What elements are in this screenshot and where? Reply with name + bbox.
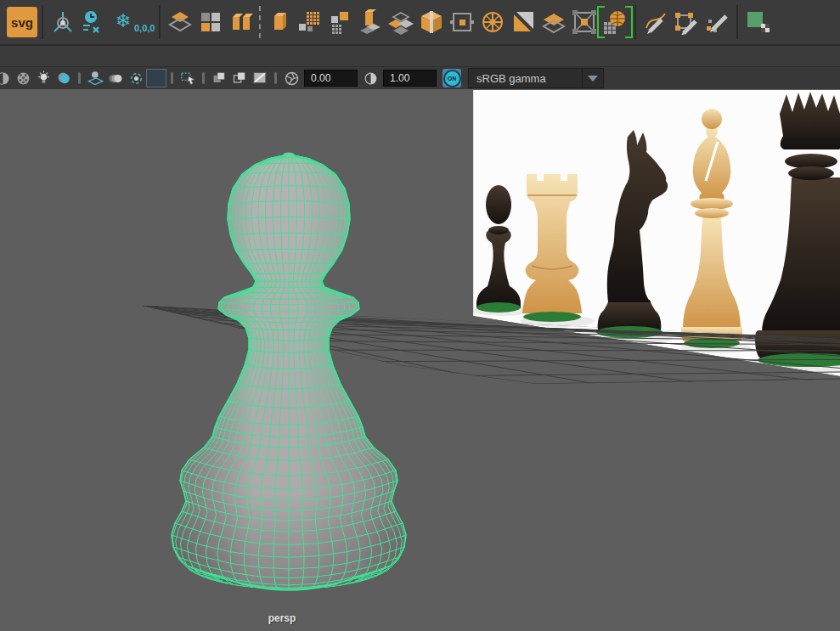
folded-plane-icon[interactable] bbox=[509, 8, 538, 37]
toolbar-separator bbox=[202, 72, 205, 84]
anti-aliasing-icon[interactable] bbox=[126, 69, 146, 87]
swatch bbox=[146, 69, 166, 87]
snap-to-points-icon[interactable] bbox=[356, 8, 385, 37]
toolbar-separator bbox=[159, 5, 161, 39]
background-swatch-button[interactable] bbox=[146, 69, 166, 87]
dashed-separator bbox=[259, 6, 261, 38]
component-squares-icon[interactable] bbox=[196, 8, 225, 37]
selection-manipulator-icon[interactable] bbox=[48, 8, 77, 37]
view-transform-dropdown[interactable]: sRGB gamma bbox=[468, 68, 604, 88]
snap-to-curves-icon[interactable] bbox=[325, 8, 354, 37]
overlap-squares-icon[interactable] bbox=[209, 69, 229, 87]
shading-mode-icon[interactable] bbox=[0, 69, 13, 87]
image-frame-icon[interactable] bbox=[250, 69, 270, 87]
single-box-icon[interactable] bbox=[264, 8, 293, 37]
layer-stack-icon[interactable] bbox=[166, 8, 194, 37]
animation-keys-icon[interactable] bbox=[79, 8, 108, 37]
toolbar-gap-strip bbox=[0, 46, 840, 67]
screen-space-ao-icon[interactable] bbox=[85, 69, 105, 87]
dots-pencil-icon[interactable] bbox=[702, 8, 731, 37]
viewport-canvas[interactable] bbox=[0, 89, 840, 631]
marquee-cursor-icon[interactable] bbox=[178, 69, 198, 87]
status-line-toolbar: svg ❄0,0,0 bbox=[0, 0, 840, 46]
duplicate-box-icon[interactable] bbox=[227, 8, 256, 37]
toolbar-separator bbox=[274, 72, 277, 84]
framed-square-icon[interactable] bbox=[448, 8, 476, 37]
frame-pencil-icon[interactable] bbox=[672, 8, 701, 37]
gamma-field[interactable]: 1.00 bbox=[383, 70, 437, 87]
sphere-grid-icon[interactable] bbox=[600, 8, 629, 37]
color-management-toggle[interactable]: ON bbox=[443, 69, 461, 87]
overlap-squares-icon-2[interactable] bbox=[229, 69, 250, 87]
snap-to-planes-icon[interactable] bbox=[386, 8, 415, 37]
curve-pencil-icon[interactable] bbox=[641, 8, 670, 37]
lighting-icon[interactable] bbox=[33, 69, 54, 87]
stacked-planes-icon[interactable] bbox=[539, 8, 568, 37]
dropdown-arrow-icon[interactable] bbox=[582, 69, 603, 87]
perspective-viewport[interactable]: persp bbox=[0, 89, 840, 631]
toolbar-separator bbox=[42, 5, 43, 39]
view-transform-value: sRGB gamma bbox=[469, 72, 582, 85]
toolbar-separator bbox=[634, 5, 636, 39]
snap-to-grids-icon[interactable] bbox=[295, 8, 324, 37]
wheel-sphere-icon[interactable] bbox=[478, 8, 507, 37]
shadows-sphere-icon[interactable] bbox=[54, 69, 74, 87]
exposure-aperture-icon[interactable] bbox=[281, 69, 302, 87]
crossed-frame-icon[interactable] bbox=[570, 8, 599, 37]
maya-window: svg ❄0,0,0 0.00 1.00 ON sRGB gamma persp bbox=[0, 0, 840, 631]
green-swatch-icon[interactable] bbox=[743, 8, 772, 37]
camera-label: persp bbox=[248, 612, 316, 624]
on-toggle-label: ON bbox=[443, 70, 461, 87]
toolbar-separator bbox=[736, 5, 738, 39]
viewport-panel-toolbar: 0.00 1.00 ON sRGB gamma bbox=[0, 67, 840, 89]
snap-snowflake-icon[interactable]: ❄ bbox=[110, 8, 138, 37]
svg-text:❄: ❄ bbox=[116, 10, 131, 31]
toolbar-separator bbox=[171, 72, 173, 84]
svg-badge[interactable]: svg bbox=[7, 7, 37, 37]
make-live-cube-icon[interactable] bbox=[417, 8, 446, 37]
exposure-field[interactable]: 0.00 bbox=[304, 70, 358, 87]
motion-blur-icon[interactable] bbox=[105, 69, 126, 87]
toolbar-separator bbox=[78, 72, 81, 84]
textured-mode-icon[interactable] bbox=[13, 69, 33, 87]
gamma-contrast-icon[interactable] bbox=[360, 69, 381, 87]
